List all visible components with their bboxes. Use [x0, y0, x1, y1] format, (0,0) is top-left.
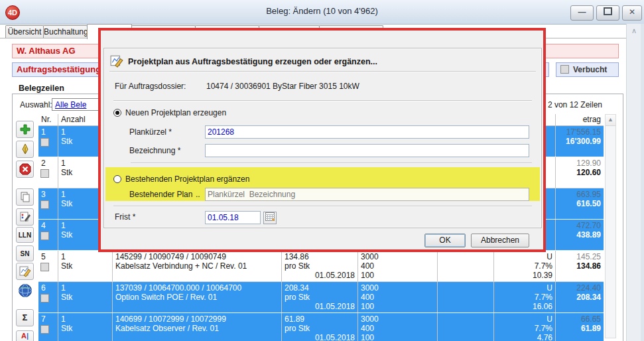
divider	[113, 100, 532, 102]
amount-incl: 472.70	[558, 221, 601, 230]
window-scrollbar[interactable]: ∧	[626, 24, 641, 341]
lln-button[interactable]: LLN	[16, 227, 34, 243]
close-button[interactable]: ✕	[622, 5, 642, 21]
col-header-nr[interactable]: Nr.	[38, 114, 58, 125]
row-checkbox[interactable]	[40, 169, 49, 178]
tab-buchhaltung[interactable]: Buchhaltung	[43, 25, 88, 38]
deadline-input[interactable]	[205, 211, 261, 224]
row-number: 5	[41, 252, 46, 261]
add-row-button[interactable]	[16, 121, 34, 138]
account-2: 400	[361, 293, 434, 302]
edit-document-icon	[19, 211, 31, 223]
title-bar[interactable]: 4D Beleg: Ändern (10 von 4'962) — ✕	[0, 0, 644, 25]
tax-amount: 4.76	[497, 333, 552, 341]
article-ids: 145299 / 10090749 / 10090749	[115, 252, 279, 261]
scroll-up-icon[interactable]: ▲	[606, 115, 615, 126]
close-icon: ✕	[629, 7, 635, 17]
projectplan-button[interactable]	[16, 263, 34, 280]
tax-rate: 7.7%	[497, 261, 552, 271]
name-label: Bezeichnung *	[129, 146, 180, 155]
minimize-button[interactable]: —	[570, 5, 594, 21]
row-number: 1	[41, 127, 46, 137]
radio-new-plan-label: Neuen Projektplan erzeugen	[125, 108, 226, 117]
cancel-button[interactable]: Abbrechen	[471, 234, 529, 247]
window-edge	[641, 24, 644, 341]
price: 134.86	[285, 252, 355, 261]
sort-button[interactable]: A|	[16, 330, 34, 341]
row-checkbox[interactable]	[40, 232, 49, 240]
divider	[109, 71, 536, 72]
radio-existing-plan-label: Bestehenden Projektplan ergänzen	[125, 174, 249, 184]
delete-row-button[interactable]	[16, 161, 34, 178]
table-row[interactable]: 5 1Stk 145299 / 10090749 / 10090749Kabel…	[38, 251, 604, 282]
row-checkbox[interactable]	[40, 138, 49, 147]
amount-incl: 17'556.15	[558, 127, 601, 137]
amount-excl: 438.89	[558, 230, 601, 239]
edit-document-button[interactable]	[16, 208, 34, 226]
row-checkbox[interactable]	[40, 200, 49, 209]
dialog-panel: Projektplan aus Auftragsbestätigung erze…	[103, 48, 542, 228]
price-date: 01.05.2018	[285, 333, 355, 341]
copy-button[interactable]	[16, 188, 34, 206]
qty: 1	[61, 283, 109, 293]
account-2: 400	[361, 324, 434, 333]
globe-button[interactable]	[16, 281, 34, 299]
price: 61.89	[285, 314, 355, 324]
unit: Stk	[61, 324, 109, 333]
tax-code: U	[497, 283, 552, 293]
amount-incl: 224.40	[558, 283, 601, 293]
posted-checkbox[interactable]	[560, 65, 569, 74]
maximize-icon	[604, 7, 612, 15]
amount-incl: 129.90	[558, 159, 601, 168]
account-2: 400	[361, 261, 434, 271]
unit: Stk	[61, 261, 109, 271]
name-input[interactable]	[205, 144, 529, 157]
account-3: 100	[361, 302, 434, 311]
account-1: 3000	[361, 252, 434, 261]
sn-button[interactable]: SN	[16, 245, 34, 261]
delete-icon	[19, 163, 31, 175]
selection-label: Auswahl:	[20, 100, 52, 109]
scroll-up-chevron-icon[interactable]: ∧	[627, 27, 641, 35]
divider	[113, 206, 532, 207]
price-unit: pro Stk	[285, 293, 355, 302]
tax-rate: 7.7%	[497, 293, 552, 302]
row-checkbox[interactable]	[40, 263, 49, 271]
qty: 1	[61, 314, 109, 324]
maximize-button[interactable]	[596, 5, 619, 21]
table-row[interactable]: 7 1Stk 140699 / 10072999 / 10072999Kabel…	[38, 313, 604, 341]
existing-plan-input[interactable]	[205, 188, 529, 201]
row-number: 6	[41, 283, 46, 293]
plan-code-input[interactable]	[205, 125, 529, 139]
row-checkbox[interactable]	[40, 294, 49, 303]
sum-button[interactable]: Σ	[16, 309, 34, 326]
projectplan-dialog: Projektplan aus Auftragsbestätigung erze…	[98, 28, 546, 252]
col-header-betrag[interactable]: etrag inkl/exkl	[556, 114, 604, 125]
calendar-button[interactable]	[263, 212, 277, 224]
tax-code: U	[497, 314, 552, 324]
selection-link[interactable]: Alle Bele	[52, 98, 101, 111]
table-row[interactable]: 6 1Stk 137039 / 10064700.000 / 10064700O…	[38, 282, 604, 313]
edit-pen-button[interactable]	[16, 141, 34, 158]
amount-excl: 16'300.99	[558, 137, 601, 146]
table-scrollbar[interactable]: ▲	[605, 114, 616, 338]
radio-new-plan[interactable]	[113, 109, 121, 117]
existing-plan-label: Bestehender Plan	[129, 190, 192, 199]
divider	[131, 163, 532, 164]
posted-label: Verbucht	[573, 65, 607, 74]
add-icon	[19, 123, 31, 135]
amount-incl: 663.95	[558, 190, 601, 199]
qty: 1	[61, 252, 109, 261]
tab-uebersicht[interactable]: Übersicht	[5, 25, 44, 38]
pen-icon	[19, 143, 31, 155]
copy-icon	[19, 191, 31, 203]
ok-button[interactable]: OK	[424, 234, 466, 247]
window-title: Beleg: Ändern (10 von 4'962)	[133, 6, 511, 16]
amount-excl: 616.50	[558, 199, 601, 208]
article-name: Option Switch POE / Rev. 01	[115, 293, 279, 302]
article-name: Kabelsatz Observer / Rev. 01	[115, 324, 279, 333]
radio-existing-plan[interactable]	[113, 175, 121, 183]
tax-rate: 7.7%	[497, 324, 552, 333]
deadline-label: Frist *	[115, 212, 135, 222]
row-checkbox[interactable]	[40, 325, 49, 334]
